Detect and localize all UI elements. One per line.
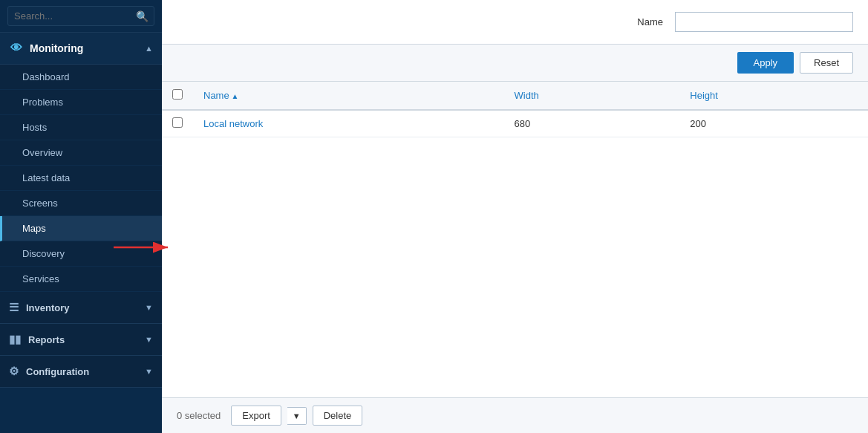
- filter-actions: Apply Reset: [162, 45, 868, 82]
- monitoring-chevron-icon: ▲: [145, 44, 153, 53]
- sidebar-item-overview[interactable]: Overview: [0, 140, 162, 166]
- table-header-row: Name Width Height: [162, 82, 868, 110]
- row-name-cell: Local network: [193, 110, 504, 137]
- configuration-chevron-icon: ▼: [145, 367, 153, 376]
- maps-table: Name Width Height Local network: [162, 82, 868, 137]
- row-checkbox[interactable]: [172, 117, 183, 128]
- inventory-chevron-icon: ▼: [145, 303, 153, 312]
- map-link[interactable]: Local network: [203, 118, 263, 129]
- selected-count: 0 selected: [177, 410, 221, 421]
- maps-table-container: Name Width Height Local network: [162, 82, 868, 397]
- sidebar-item-latest-data[interactable]: Latest data: [0, 166, 162, 191]
- configuration-label: Configuration: [26, 366, 89, 377]
- monitoring-header[interactable]: 👁 Monitoring ▲: [0, 33, 162, 65]
- sidebar-item-hosts[interactable]: Hosts: [0, 115, 162, 140]
- inventory-icon: ☰: [9, 301, 19, 314]
- export-dropdown-button[interactable]: ▼: [287, 407, 307, 425]
- apply-button[interactable]: Apply: [737, 52, 794, 74]
- sidebar-item-maps[interactable]: Maps: [0, 216, 162, 241]
- col-header-height[interactable]: Height: [679, 82, 868, 110]
- configuration-icon: ⚙: [9, 365, 19, 378]
- inventory-header[interactable]: ☰ Inventory ▼: [0, 292, 162, 324]
- reports-chevron-icon: ▼: [145, 335, 153, 344]
- sidebar-item-screens[interactable]: Screens: [0, 191, 162, 216]
- delete-button[interactable]: Delete: [313, 406, 363, 426]
- monitoring-icon: 👁: [10, 42, 22, 55]
- table-row: Local network 680 200: [162, 110, 868, 137]
- export-button[interactable]: Export: [231, 406, 281, 426]
- row-width-cell: 680: [504, 110, 680, 137]
- sidebar-item-problems[interactable]: Problems: [0, 90, 162, 115]
- search-box: 🔍: [0, 0, 162, 33]
- main-content: Name Apply Reset Name Width: [162, 0, 868, 433]
- reports-label: Reports: [28, 334, 65, 345]
- reports-header[interactable]: ▮▮ Reports ▼: [0, 324, 162, 356]
- filter-bar: Name: [162, 0, 868, 45]
- monitoring-label: Monitoring: [30, 42, 83, 54]
- col-header-width[interactable]: Width: [504, 82, 680, 110]
- configuration-header[interactable]: ⚙ Configuration ▼: [0, 356, 162, 388]
- select-all-header: [162, 82, 193, 110]
- search-input[interactable]: [7, 6, 154, 26]
- row-checkbox-cell: [162, 110, 193, 137]
- sidebar-item-discovery[interactable]: Discovery: [0, 241, 162, 267]
- table-footer: 0 selected Export ▼ Delete: [162, 397, 868, 433]
- reset-button[interactable]: Reset: [800, 52, 853, 74]
- reports-icon: ▮▮: [9, 333, 21, 346]
- inventory-label: Inventory: [26, 302, 70, 313]
- sidebar-item-dashboard[interactable]: Dashboard: [0, 65, 162, 90]
- search-icon: 🔍: [136, 10, 149, 22]
- sidebar: 🔍 👁 Monitoring ▲ Dashboard Problems Host…: [0, 0, 162, 433]
- row-height-cell: 200: [679, 110, 868, 137]
- name-filter-label: Name: [637, 16, 663, 27]
- select-all-checkbox[interactable]: [172, 89, 183, 100]
- sidebar-item-services[interactable]: Services: [0, 267, 162, 292]
- name-filter-input[interactable]: [675, 12, 853, 32]
- col-header-name[interactable]: Name: [193, 82, 504, 110]
- monitoring-section: 👁 Monitoring ▲ Dashboard Problems Hosts …: [0, 33, 162, 292]
